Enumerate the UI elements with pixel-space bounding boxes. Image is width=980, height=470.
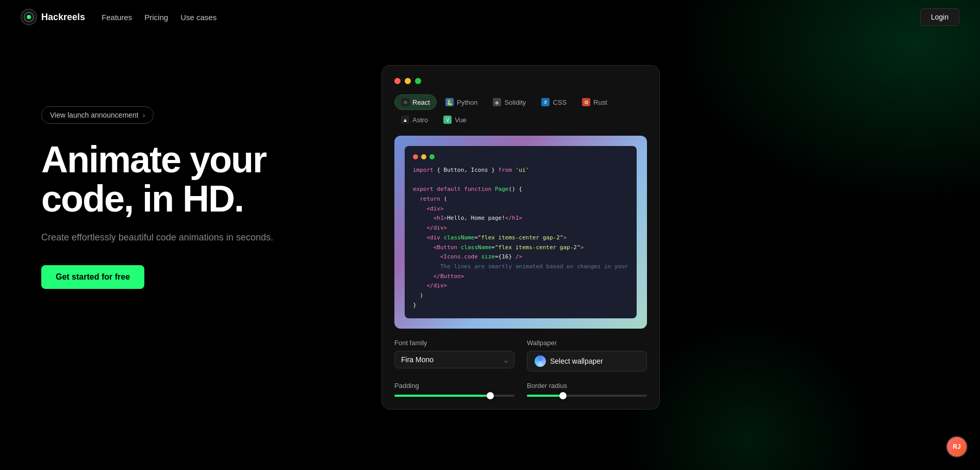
nav-link-pricing[interactable]: Pricing [144, 13, 168, 22]
logo[interactable]: Hackreels [21, 9, 85, 25]
tab-css-label: CSS [553, 99, 567, 106]
code-block: import { Button, Icons } from 'ui' expor… [413, 166, 628, 310]
tab-python[interactable]: 🐍 Python [439, 94, 484, 110]
tab-rust[interactable]: ⚙ Rust [575, 94, 614, 110]
avatar-badge[interactable]: RJ [946, 436, 968, 458]
hero-title-line1: Animate your [41, 139, 266, 180]
tab-astro-label: Astro [412, 116, 428, 124]
announcement-button[interactable]: View launch announcement › [41, 106, 154, 124]
tab-python-label: Python [457, 99, 477, 106]
demo-panel: ⚛ React 🐍 Python ◆ Solidity # CSS ⚙ Rust… [381, 65, 660, 410]
nav-left: Hackreels Features Pricing Use cases [21, 9, 217, 25]
nav-link-features[interactable]: Features [102, 13, 132, 22]
hero-title: Animate your code, in HD. [41, 140, 351, 218]
tab-react-label: React [412, 99, 430, 106]
border-radius-slider-track[interactable] [527, 395, 647, 397]
nav-links: Features Pricing Use cases [102, 13, 217, 22]
controls-row: Font family Fira Mono JetBrains Mono Sou… [394, 339, 647, 371]
cta-button[interactable]: Get started for free [41, 265, 144, 289]
wallpaper-btn-label: Select wallpaper [550, 357, 603, 365]
astro-icon: ▲ [401, 116, 409, 124]
hero-section: View launch announcement › Animate your … [41, 65, 351, 289]
inner-maximize-dot [429, 154, 435, 159]
border-radius-slider-group: Border radius [527, 382, 647, 397]
logo-dot-inner [27, 15, 31, 19]
react-icon: ⚛ [401, 98, 409, 106]
tab-css[interactable]: # CSS [535, 94, 573, 110]
wallpaper-group: Wallpaper Select wallpaper [527, 339, 647, 371]
hero-title-line2: code, in HD. [41, 178, 243, 219]
font-family-select[interactable]: Fira Mono JetBrains Mono Source Code Pro… [394, 351, 514, 368]
solidity-icon: ◆ [493, 98, 501, 106]
window-controls [394, 78, 647, 84]
logo-icon [21, 9, 37, 25]
main-content: View launch announcement › Animate your … [0, 34, 980, 430]
font-family-group: Font family Fira Mono JetBrains Mono Sou… [394, 339, 514, 371]
tab-vue-label: Vue [455, 116, 467, 124]
login-button[interactable]: Login [920, 8, 959, 26]
border-radius-label: Border radius [527, 382, 647, 390]
rust-icon: ⚙ [582, 98, 590, 106]
vue-icon: V [443, 116, 452, 124]
announcement-label: View launch announcement [50, 111, 139, 119]
css-icon: # [541, 98, 550, 106]
language-tabs: ⚛ React 🐍 Python ◆ Solidity # CSS ⚙ Rust… [394, 94, 647, 127]
padding-slider-track[interactable] [394, 395, 514, 397]
padding-slider-thumb[interactable] [487, 392, 494, 399]
hero-subtitle: Create effortlessly beautiful code anima… [41, 231, 351, 245]
tab-vue[interactable]: V Vue [437, 112, 473, 127]
tab-astro[interactable]: ▲ Astro [394, 112, 435, 127]
wallpaper-preview-icon [535, 355, 546, 367]
python-icon: 🐍 [445, 98, 454, 106]
window-close-icon[interactable] [394, 78, 401, 84]
inner-editor: import { Button, Icons } from 'ui' expor… [405, 146, 637, 318]
wallpaper-label: Wallpaper [527, 339, 647, 347]
window-minimize-icon[interactable] [405, 78, 411, 84]
border-radius-slider-thumb[interactable] [559, 392, 567, 399]
padding-slider-group: Padding [394, 382, 514, 397]
tab-rust-label: Rust [593, 99, 607, 106]
wallpaper-button[interactable]: Select wallpaper [527, 351, 647, 371]
border-radius-slider-fill [527, 395, 563, 397]
sliders-row: Padding Border radius [394, 382, 647, 397]
logo-dot-outer [24, 12, 34, 22]
tab-solidity[interactable]: ◆ Solidity [486, 94, 533, 110]
padding-slider-fill [394, 395, 490, 397]
logo-text: Hackreels [41, 12, 85, 23]
tab-solidity-label: Solidity [504, 99, 526, 106]
font-family-select-wrap: Fira Mono JetBrains Mono Source Code Pro… [394, 351, 514, 368]
window-maximize-icon[interactable] [415, 78, 421, 84]
nav-link-usecases[interactable]: Use cases [180, 13, 217, 22]
tab-react[interactable]: ⚛ React [394, 94, 437, 110]
code-editor-preview: import { Button, Icons } from 'ui' expor… [394, 136, 647, 329]
announcement-arrow-icon: › [143, 111, 145, 119]
font-family-label: Font family [394, 339, 514, 347]
navbar: Hackreels Features Pricing Use cases Log… [0, 0, 980, 34]
inner-window-controls [413, 154, 628, 159]
padding-label: Padding [394, 382, 514, 390]
inner-minimize-dot [421, 154, 426, 159]
inner-close-dot [413, 154, 418, 159]
